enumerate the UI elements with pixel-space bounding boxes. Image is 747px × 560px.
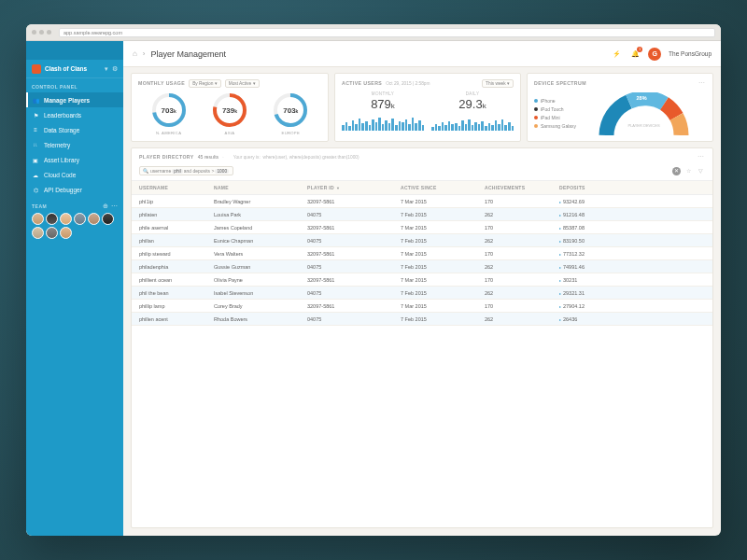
team-menu-icon[interactable]: ⋯	[111, 203, 118, 210]
table-row[interactable]: phillanEunice Chapman040757 Feb 2015262▸…	[132, 234, 712, 247]
nav-list: 👥Manage Players⚑Leaderboards≡Data Storag…	[26, 92, 123, 197]
add-team-icon[interactable]: ⊕	[103, 203, 108, 210]
query-label: Your query is: where(user), where(deposi…	[233, 155, 359, 160]
nav-telemetry[interactable]: ⎍Telemetry	[26, 137, 123, 152]
notification-badge: 1	[637, 47, 642, 52]
nav-data-storage[interactable]: ≡Data Storage	[26, 122, 123, 137]
folder-icon: ▣	[32, 156, 39, 163]
col-name[interactable]: NAME	[214, 185, 307, 190]
avatar[interactable]	[60, 227, 72, 239]
avatar[interactable]	[32, 213, 44, 225]
sort-icon: ▼	[336, 186, 340, 190]
table-row[interactable]: phillip lampCorey Brady32097-58617 Mar 2…	[132, 300, 712, 313]
nav-asset-library[interactable]: ▣Asset Library	[26, 152, 123, 167]
avatar[interactable]	[46, 227, 58, 239]
sparkline-bars	[342, 114, 424, 131]
activity-filter[interactable]: Most Active ▾	[225, 79, 260, 88]
window-controls[interactable]	[32, 30, 51, 35]
cloud-icon: ☁	[32, 171, 39, 178]
table-row[interactable]: philip stewardVera Walters32097-58617 Ma…	[132, 247, 712, 260]
timerange-filter[interactable]: This week ▾	[482, 79, 514, 88]
home-icon[interactable]: ⌂	[133, 49, 137, 58]
sidebar: Clash of Clans ▾ ⚙ CONTROL PANEL 👥Manage…	[26, 41, 123, 536]
table-row[interactable]: phillen acentRhoda Bowers040757 Feb 2015…	[132, 313, 712, 326]
gear-icon[interactable]: ⚙	[112, 65, 118, 73]
lightning-icon[interactable]: ⚡	[611, 49, 622, 60]
nav-label: Manage Players	[44, 97, 90, 104]
table-row[interactable]: phillient oceanOlivia Payne32097-58617 M…	[132, 273, 712, 287]
topbar: ⌂ › Player Management ⚡ 🔔1 G The PonsGro…	[123, 41, 721, 67]
nav-api-debugger[interactable]: ⌬API Debugger	[26, 182, 123, 197]
app-name: Clash of Clans	[45, 65, 101, 72]
breadcrumb-sep: ›	[143, 49, 146, 58]
card-menu-icon[interactable]: ⋯	[698, 79, 706, 87]
usage-donut: 739kASIA	[211, 91, 248, 135]
avatar[interactable]	[32, 227, 44, 239]
region-filter[interactable]: By Region ▾	[189, 79, 220, 88]
nav-cloud-code[interactable]: ☁Cloud Code	[26, 167, 123, 182]
search-input[interactable]: 🔍 username phil and deposits > 1000	[139, 166, 233, 175]
table-row[interactable]: philatenLouisa Park040757 Feb 2015262▸91…	[132, 208, 712, 221]
active-users-card: ACTIVE USERS Oct 29, 2015 | 2:58pm This …	[334, 73, 521, 142]
clear-search-icon[interactable]: ✕	[672, 167, 681, 175]
filter-icon[interactable]: ▽	[697, 167, 705, 175]
section-label-team: TEAM	[32, 203, 103, 209]
col-active-since[interactable]: ACTIVE SINCE	[401, 185, 485, 190]
user-avatar[interactable]: G	[648, 48, 661, 61]
col-deposits[interactable]: DEPOSITS	[559, 185, 705, 190]
table-header: USERNAME NAME PLAYER ID▼ ACTIVE SINCE AC…	[132, 180, 712, 195]
table-row[interactable]: phil the beanIsabel Stevenson040757 Feb …	[132, 287, 712, 300]
search-chip[interactable]: phil	[172, 169, 182, 174]
legend-item: Samsung Galaxy	[534, 123, 576, 129]
chevron-down-icon: ▾	[105, 65, 108, 73]
search-chip[interactable]: 1000	[215, 169, 229, 174]
layers-icon: ≡	[32, 126, 39, 133]
legend-item: iPad Mini	[534, 115, 576, 120]
app-window: app.sample.wearepg.com Clash of Clans ▾ …	[26, 24, 721, 536]
dir-menu-icon[interactable]: ⋯	[698, 153, 705, 161]
monthly-usage-card: MONTHLY USAGE By Region ▾ Most Active ▾ …	[131, 73, 329, 142]
app-selector[interactable]: Clash of Clans ▾ ⚙	[26, 60, 123, 78]
legend-item: iPhone	[534, 98, 576, 104]
col-player-id[interactable]: PLAYER ID▼	[307, 185, 401, 190]
nav-label: Asset Library	[44, 157, 79, 163]
page-title: Player Management	[151, 49, 227, 59]
table-row[interactable]: phile asernalJames Copeland32097-58617 M…	[132, 221, 712, 234]
star-icon[interactable]: ☆	[684, 167, 693, 175]
address-bar[interactable]: app.sample.wearepg.com	[59, 28, 715, 37]
col-achievements[interactable]: ACHIEVEMENTS	[485, 185, 559, 190]
section-label-panel: CONTROL PANEL	[26, 78, 123, 92]
legend-item: iPod Touch	[534, 106, 576, 112]
avatar[interactable]	[88, 213, 100, 225]
sparkline-bars	[431, 114, 514, 131]
avatar[interactable]	[74, 213, 86, 225]
team-avatars	[26, 213, 123, 239]
avatar[interactable]	[60, 213, 72, 225]
card-title: ACTIVE USERS	[342, 80, 382, 86]
avatar[interactable]	[102, 213, 114, 225]
gauge-pct: 12%	[681, 103, 691, 108]
table-row[interactable]: philadenphiaGussie Guzman040757 Feb 2015…	[132, 260, 712, 273]
device-spectrum-card: DEVICE SPECTRUM ⋯ iPhoneiPod TouchiPad M…	[527, 73, 713, 142]
search-icon: 🔍	[143, 168, 148, 174]
nav-leaderboards[interactable]: ⚑Leaderboards	[26, 107, 123, 122]
player-directory: PLAYER DIRECTORY 45 results · Your query…	[131, 147, 713, 528]
bell-icon[interactable]: 🔔1	[629, 49, 641, 60]
metric-daily: DAILY29.3k	[431, 91, 514, 135]
nav-label: Leaderboards	[44, 112, 81, 119]
brand-bar	[26, 41, 123, 60]
bug-icon: ⌬	[32, 186, 39, 193]
result-count: 45 results	[198, 154, 219, 160]
equalizer-icon: ⎍	[32, 141, 39, 148]
nav-label: Cloud Code	[44, 172, 76, 178]
nav-manage-players[interactable]: 👥Manage Players	[26, 92, 123, 107]
avatar[interactable]	[46, 213, 58, 225]
flag-icon: ⚑	[32, 111, 39, 119]
col-username[interactable]: USERNAME	[139, 185, 214, 190]
device-gauge: 58% 28% 12% 16% PLAYER DEVICES	[582, 92, 706, 135]
nav-label: Data Storage	[44, 127, 79, 133]
user-name[interactable]: The PonsGroup	[669, 50, 712, 57]
dir-title: PLAYER DIRECTORY	[139, 154, 194, 160]
table-row[interactable]: phI1ipBradley Wagner32097-58617 Mar 2015…	[132, 195, 712, 208]
card-title: MONTHLY USAGE	[138, 80, 185, 86]
